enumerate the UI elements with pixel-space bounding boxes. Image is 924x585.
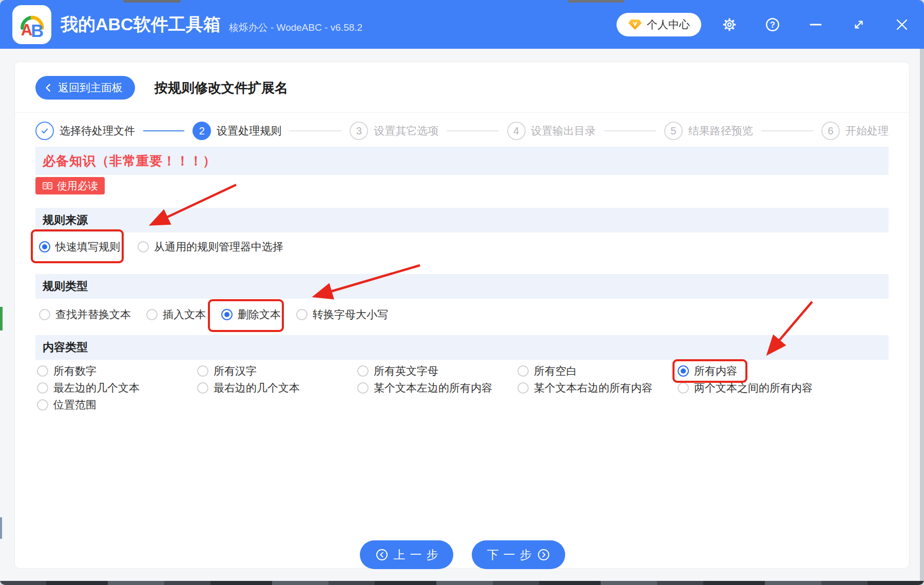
step-connector	[761, 130, 813, 131]
must-read-label: 使用必读	[57, 179, 98, 193]
radio-label: 所有内容	[694, 364, 737, 378]
radio-option[interactable]: 所有内容	[678, 365, 838, 377]
step-circle-icon: 5	[664, 122, 683, 140]
stepper-step: 4 设置输出目录	[507, 122, 664, 140]
section-rule-type: 规则类型	[35, 274, 889, 299]
stepper: 1 选择待处理文件 2 设置处理规则	[35, 120, 889, 142]
user-center-button[interactable]: 个人中心	[617, 13, 701, 36]
desktop-bleed-bottom	[0, 581, 924, 585]
rule-source-options: 快速填写规则 从通用的规则管理器中选择	[39, 236, 283, 258]
radio-option[interactable]: 所有空白	[517, 365, 678, 377]
step-label: 结果路径预览	[688, 124, 753, 138]
radio-option[interactable]: 某个文本左边的所有内容	[357, 382, 517, 394]
step-label: 设置输出目录	[531, 124, 596, 138]
radio-option[interactable]: 插入文本	[146, 307, 206, 322]
step-circle-icon: 3	[350, 122, 368, 140]
app-window: A B 我的ABC软件工具箱 核烁办公 - WodeABC - v6.58.2 …	[0, 0, 924, 585]
next-step-button[interactable]: 下一步	[472, 540, 565, 569]
radio-option[interactable]: 最右边的几个文本	[197, 382, 357, 394]
step-label: 选择待处理文件	[60, 124, 135, 138]
rule-type-options: 查找并替换文本 插入文本 删除文本 转换字母大小写	[39, 303, 388, 326]
radio-option[interactable]: 快速填写规则	[39, 240, 120, 254]
radio-icon	[146, 309, 158, 320]
titlebar: A B 我的ABC软件工具箱 核烁办公 - WodeABC - v6.58.2 …	[0, 0, 924, 49]
radio-option[interactable]: 查找并替换文本	[39, 307, 131, 322]
stepper-step: 2 设置处理规则	[192, 122, 350, 140]
radio-label: 查找并替换文本	[55, 307, 131, 322]
radio-label: 删除文本	[238, 307, 281, 322]
radio-label: 快速填写规则	[55, 240, 120, 254]
radio-icon	[39, 241, 50, 252]
radio-label: 所有数字	[53, 364, 97, 378]
radio-option[interactable]: 所有汉字	[197, 365, 357, 377]
prev-step-label: 上一步	[394, 547, 443, 563]
radio-icon	[197, 382, 208, 394]
radio-label: 从通用的规则管理器中选择	[154, 240, 283, 254]
radio-option[interactable]: 转换字母大小写	[296, 307, 388, 322]
radio-label: 某个文本右边的所有内容	[534, 381, 652, 395]
desktop-bleed-left-blue	[0, 517, 2, 539]
desktop-bleed-left-green	[0, 307, 3, 330]
stepper-step: 3 设置其它选项	[350, 122, 507, 140]
section-title: 内容类型	[43, 340, 88, 355]
close-button[interactable]	[893, 16, 911, 33]
app-subtitle: 核烁办公 - WodeABC - v6.58.2	[229, 21, 362, 34]
radio-option[interactable]: 从通用的规则管理器中选择	[138, 240, 283, 254]
desktop-bleed-top-b	[568, 0, 624, 3]
step-connector	[604, 130, 656, 131]
content-type-options: 所有数字 所有汉字 所有英文字母 所有空白	[37, 365, 838, 411]
help-icon[interactable]: ?	[764, 16, 781, 33]
vip-gem-icon	[628, 18, 642, 31]
radio-label: 最右边的几个文本	[214, 381, 300, 395]
app-title: 我的ABC软件工具箱	[61, 13, 221, 36]
header-divider	[15, 112, 909, 113]
stepper-step: 6 开始处理	[821, 122, 889, 140]
back-button-label: 返回到主面板	[58, 81, 123, 95]
maximize-button[interactable]	[850, 16, 868, 33]
stepper-step: 1 选择待处理文件	[35, 122, 192, 140]
check-icon	[40, 126, 49, 135]
step-label: 设置其它选项	[374, 124, 438, 138]
radio-option[interactable]: 删除文本	[221, 307, 281, 322]
radio-option[interactable]: 某个文本右边的所有内容	[517, 382, 678, 394]
radio-icon	[138, 241, 149, 252]
radio-label: 所有汉字	[214, 364, 257, 378]
must-read-button[interactable]: 使用必读	[35, 177, 105, 194]
main-panel: 返回到主面板 按规则修改文件扩展名 1 选择待处理文件	[14, 62, 910, 569]
radio-label: 所有空白	[534, 364, 577, 378]
radio-option[interactable]: 最左边的几个文本	[37, 382, 197, 394]
step-connector	[447, 130, 498, 131]
radio-icon	[678, 365, 689, 377]
settings-gear-icon[interactable]	[721, 16, 738, 33]
radio-icon	[37, 399, 48, 411]
radio-option[interactable]: 所有英文字母	[357, 365, 517, 377]
step-circle-icon: 6	[821, 122, 840, 140]
radio-icon	[197, 365, 208, 377]
radio-icon	[39, 309, 50, 320]
radio-icon	[357, 382, 369, 394]
step-label: 设置处理规则	[217, 124, 281, 138]
step-number: 6	[827, 125, 833, 137]
page-title: 按规则修改文件扩展名	[155, 76, 288, 100]
step-connector	[290, 130, 341, 131]
radio-label: 两个文本之间的所有内容	[694, 381, 813, 395]
radio-icon	[221, 309, 233, 320]
step-label: 开始处理	[845, 124, 889, 138]
step-circle-icon: 4	[507, 122, 526, 140]
minimize-button[interactable]	[807, 16, 824, 33]
radio-icon	[37, 382, 48, 394]
radio-icon	[517, 382, 529, 394]
prev-step-button[interactable]: 上一步	[360, 540, 453, 569]
notice-title: 必备知识（非常重要！！！）	[43, 152, 216, 169]
user-center-label: 个人中心	[647, 17, 690, 32]
radio-option[interactable]: 所有数字	[37, 365, 197, 377]
logo-letter-b: B	[31, 21, 44, 40]
radio-label: 插入文本	[163, 307, 206, 322]
radio-option[interactable]: 位置范围	[37, 399, 197, 411]
book-icon	[42, 181, 53, 190]
radio-icon	[296, 309, 307, 320]
back-to-main-button[interactable]: 返回到主面板	[35, 76, 135, 100]
radio-option[interactable]: 两个文本之间的所有内容	[678, 382, 838, 394]
radio-icon	[517, 365, 529, 377]
radio-label: 最左边的几个文本	[53, 381, 140, 395]
